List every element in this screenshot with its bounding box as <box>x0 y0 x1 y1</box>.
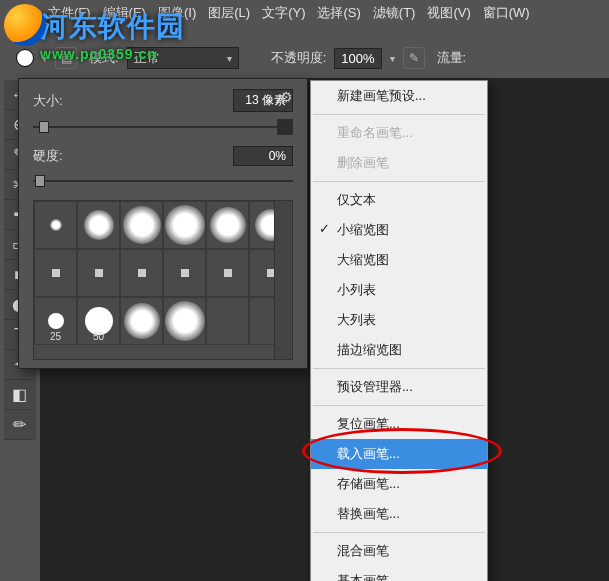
menu-select[interactable]: 选择(S) <box>317 4 360 22</box>
menu-load-brushes[interactable]: 载入画笔... <box>311 439 487 469</box>
brush-swatch-3[interactable] <box>163 201 206 249</box>
menu-reset-brushes[interactable]: 复位画笔... <box>311 409 487 439</box>
separator <box>313 114 485 115</box>
pressure-opacity-icon[interactable]: ✎ <box>403 47 425 69</box>
new-preset-icon[interactable] <box>277 119 293 135</box>
menu-rename-brush: 重命名画笔... <box>311 118 487 148</box>
menu-small-list[interactable]: 小列表 <box>311 275 487 305</box>
brush-swatch-4[interactable] <box>206 201 249 249</box>
menu-edit[interactable]: 编辑(E) <box>103 4 146 22</box>
brush-swatch-15[interactable] <box>163 297 206 345</box>
menu-new-brush-preset[interactable]: 新建画笔预设... <box>311 81 487 111</box>
menu-mixed-brushes[interactable]: 混合画笔 <box>311 536 487 566</box>
chevron-down-icon[interactable]: ▾ <box>390 53 395 64</box>
flow-label: 流量: <box>437 49 467 67</box>
brush-swatch-16[interactable] <box>206 297 249 345</box>
brush-swatch-8[interactable] <box>120 249 163 297</box>
brush-swatch-2[interactable] <box>120 201 163 249</box>
brush-swatch-9[interactable] <box>163 249 206 297</box>
menu-stroke-thumbnail[interactable]: 描边缩览图 <box>311 335 487 365</box>
brush-swatches: 2550 <box>33 200 293 360</box>
tool-11[interactable]: ✏ <box>4 410 34 440</box>
chevron-down-icon[interactable]: ▾ <box>42 53 47 64</box>
menu-image[interactable]: 图像(I) <box>158 4 196 22</box>
menu-window[interactable]: 窗口(W) <box>483 4 530 22</box>
brush-swatch-0[interactable] <box>34 201 77 249</box>
separator <box>313 368 485 369</box>
brush-swatch-1[interactable] <box>77 201 120 249</box>
opacity-label: 不透明度: <box>271 49 327 67</box>
blend-mode-select[interactable]: 正常 <box>127 47 239 69</box>
gear-icon[interactable]: ⚙ <box>280 89 293 105</box>
opacity-input[interactable]: 100% <box>334 48 381 69</box>
menu-type[interactable]: 文字(Y) <box>262 4 305 22</box>
menu-view[interactable]: 视图(V) <box>427 4 470 22</box>
menu-large-list[interactable]: 大列表 <box>311 305 487 335</box>
separator <box>313 405 485 406</box>
menu-small-thumbnail[interactable]: 小缩览图 <box>311 215 487 245</box>
menu-filter[interactable]: 滤镜(T) <box>373 4 416 22</box>
brush-swatch-13[interactable]: 50 <box>77 297 120 345</box>
menu-file[interactable]: 文件(F) <box>48 4 91 22</box>
hardness-label: 硬度: <box>33 147 63 165</box>
menu-basic-brushes[interactable]: 基本画笔 <box>311 566 487 581</box>
brush-preview-swatch[interactable] <box>16 49 34 67</box>
size-slider[interactable] <box>33 118 293 136</box>
tool-10[interactable]: ◧ <box>4 380 34 410</box>
brush-swatch-12[interactable]: 25 <box>34 297 77 345</box>
separator <box>313 181 485 182</box>
menu-delete-brush: 删除画笔 <box>311 148 487 178</box>
brush-swatch-7[interactable] <box>77 249 120 297</box>
watermark-logo <box>4 4 46 46</box>
menu-replace-brushes[interactable]: 替换画笔... <box>311 499 487 529</box>
menu-preset-manager[interactable]: 预设管理器... <box>311 372 487 402</box>
hardness-input[interactable]: 0% <box>233 146 293 166</box>
menu-large-thumbnail[interactable]: 大缩览图 <box>311 245 487 275</box>
main-menu: 文件(F) 编辑(E) 图像(I) 图层(L) 文字(Y) 选择(S) 滤镜(T… <box>48 4 530 22</box>
menu-layer[interactable]: 图层(L) <box>208 4 250 22</box>
scrollbar[interactable] <box>274 201 292 359</box>
mode-label: 模式: <box>89 49 119 67</box>
size-label: 大小: <box>33 92 63 110</box>
menu-text-only[interactable]: 仅文本 <box>311 185 487 215</box>
brush-swatch-14[interactable] <box>120 297 163 345</box>
hardness-slider[interactable] <box>33 172 293 190</box>
brush-panel-toggle-icon[interactable]: ▤ <box>55 47 77 69</box>
brush-preset-panel: ⚙ 大小: 13 像素 硬度: 0% 2550 <box>18 78 308 369</box>
separator <box>313 532 485 533</box>
brush-swatch-6[interactable] <box>34 249 77 297</box>
options-bar: ▾ ▤ 模式: 正常 不透明度: 100% ▾ ✎ 流量: <box>16 42 609 74</box>
brush-swatch-10[interactable] <box>206 249 249 297</box>
menu-save-brushes[interactable]: 存储画笔... <box>311 469 487 499</box>
brush-flyout-menu: 新建画笔预设... 重命名画笔... 删除画笔 仅文本 小缩览图 大缩览图 小列… <box>310 80 488 581</box>
